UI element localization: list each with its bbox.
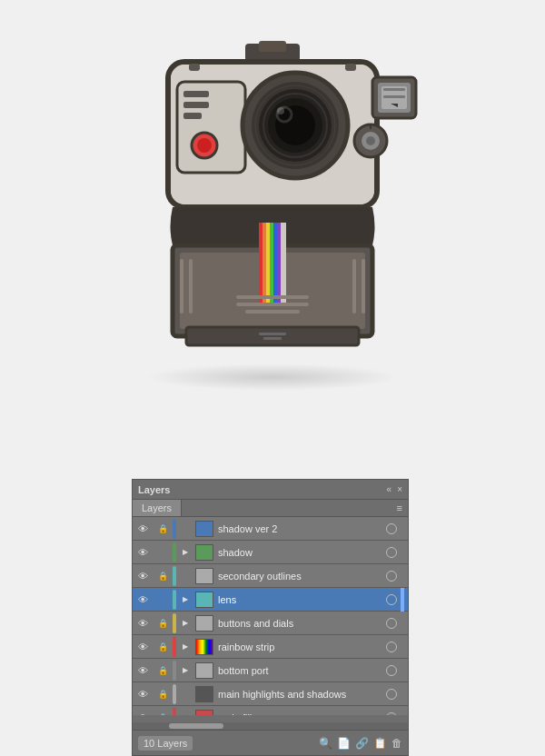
layer-row[interactable]: 👁▶shadow [133, 541, 408, 564]
layer-lock-icon[interactable]: 🔒 [153, 659, 173, 682]
layer-name: lens [216, 594, 382, 605]
layer-expand-arrow[interactable]: ▶ [178, 588, 193, 612]
svg-rect-53 [180, 259, 183, 313]
svg-rect-49 [186, 327, 359, 345]
svg-rect-1 [259, 41, 286, 52]
svg-rect-52 [263, 337, 282, 340]
svg-point-27 [277, 107, 284, 114]
layer-row[interactable]: 👁🔒▶main fills [133, 706, 408, 715]
layer-lock-icon[interactable] [153, 541, 173, 564]
layer-circle-icon [382, 517, 401, 541]
layer-visibility-icon[interactable]: 👁 [133, 612, 153, 635]
layer-row[interactable]: 👁🔒shadow ver 2 [133, 517, 408, 541]
layer-name: main highlights and shadows [216, 689, 382, 700]
search-icon[interactable]: 🔍 [319, 737, 332, 750]
layer-name: bottom port [216, 665, 382, 676]
layer-selected-mark [401, 659, 408, 682]
svg-rect-8 [183, 102, 209, 108]
layers-menu-icon[interactable]: ≡ [391, 500, 408, 516]
layer-visibility-icon[interactable]: 👁 [133, 682, 153, 706]
camera-wrapper [118, 27, 427, 373]
svg-rect-48 [245, 310, 300, 313]
bottom-icons: 🔍 📄 🔗 📋 🗑 [319, 737, 402, 750]
layer-circle-icon [382, 564, 401, 588]
svg-rect-56 [362, 259, 365, 313]
layer-thumbnail [195, 521, 213, 537]
layers-bottom: 10 Layers 🔍 📄 🔗 📋 🗑 [133, 730, 408, 755]
layer-visibility-icon[interactable]: 👁 [133, 706, 153, 716]
layer-row[interactable]: 👁🔒▶bottom port [133, 659, 408, 682]
layer-color-bar [173, 684, 176, 704]
svg-rect-18 [383, 95, 405, 98]
layer-name: rainbow strip [216, 642, 382, 652]
layers-panel-title: Layers [138, 484, 170, 495]
svg-rect-55 [352, 259, 356, 313]
layer-lock-icon[interactable]: 🔒 [153, 564, 173, 588]
layer-visibility-icon[interactable]: 👁 [133, 517, 153, 541]
layer-visibility-icon[interactable]: 👁 [133, 541, 153, 564]
duplicate-icon[interactable]: 📋 [373, 737, 387, 750]
svg-rect-51 [259, 333, 286, 335]
svg-rect-39 [259, 223, 263, 304]
layer-selected-mark [401, 682, 408, 706]
layer-selected-mark [401, 517, 408, 541]
layer-row[interactable]: 👁🔒▶rainbow strip [133, 635, 408, 659]
layer-color-bar [173, 566, 176, 586]
layer-thumbnail [195, 710, 213, 716]
layer-expand-arrow[interactable]: ▶ [178, 612, 193, 635]
layer-lock-icon[interactable]: 🔒 [153, 612, 173, 635]
layer-visibility-icon[interactable]: 👁 [133, 635, 153, 659]
layer-thumbnail [195, 592, 213, 608]
layers-list: 👁🔒shadow ver 2👁▶shadow👁🔒secondary outlin… [133, 517, 408, 715]
layer-expand-arrow[interactable] [178, 564, 193, 588]
svg-rect-45 [281, 223, 286, 304]
layer-visibility-icon[interactable]: 👁 [133, 564, 153, 588]
layer-expand-arrow[interactable]: ▶ [178, 541, 193, 564]
svg-rect-46 [236, 295, 309, 299]
layer-visibility-icon[interactable]: 👁 [133, 588, 153, 612]
layer-selected-mark [401, 541, 408, 564]
layer-row[interactable]: 👁🔒secondary outlines [133, 564, 408, 588]
scrollbar-area[interactable] [133, 722, 408, 730]
collapse-button[interactable]: « [387, 484, 392, 494]
layer-lock-icon[interactable]: 🔒 [153, 682, 173, 706]
layer-thumbnail [195, 662, 213, 679]
layer-name: main fills [216, 712, 382, 716]
delete-icon[interactable]: 🗑 [391, 737, 402, 750]
layer-thumbnail [195, 615, 213, 632]
layer-name: shadow ver 2 [216, 523, 382, 534]
layers-count: 10 Layers [138, 736, 193, 751]
layer-circle-icon [382, 682, 401, 706]
scrollbar-thumb[interactable] [169, 723, 223, 729]
camera-area [0, 0, 545, 418]
layer-expand-arrow[interactable]: ▶ [178, 635, 193, 659]
link-icon[interactable]: 🔗 [355, 737, 369, 750]
layer-row[interactable]: 👁▶lens [133, 588, 408, 612]
svg-point-12 [197, 138, 212, 153]
layer-lock-icon[interactable]: 🔒 [153, 706, 173, 716]
layer-row[interactable]: 👁🔒▶buttons and dials [133, 612, 408, 635]
svg-rect-7 [183, 91, 209, 97]
layer-circle-icon [382, 635, 401, 659]
layer-circle-icon [382, 588, 401, 612]
svg-rect-9 [183, 113, 202, 119]
layer-lock-icon[interactable] [153, 588, 173, 612]
layer-lock-icon[interactable]: 🔒 [153, 635, 173, 659]
layer-expand-arrow[interactable] [178, 682, 193, 706]
svg-rect-17 [383, 88, 405, 91]
layer-row[interactable]: 👁🔒main highlights and shadows [133, 682, 408, 706]
layer-expand-arrow[interactable]: ▶ [178, 706, 193, 716]
layers-tabs: Layers ≡ [133, 500, 408, 517]
layers-controls: « × [387, 484, 402, 494]
layer-selected-mark [401, 564, 408, 588]
layer-circle-icon [382, 706, 401, 716]
layer-lock-icon[interactable]: 🔒 [153, 517, 173, 541]
tab-layers[interactable]: Layers [133, 500, 182, 516]
new-layer-icon[interactable]: 📄 [337, 737, 351, 750]
svg-rect-58 [345, 64, 356, 71]
svg-rect-47 [236, 303, 309, 306]
layer-visibility-icon[interactable]: 👁 [133, 659, 153, 682]
layer-expand-arrow[interactable] [178, 517, 193, 541]
close-button[interactable]: × [397, 484, 402, 494]
layer-expand-arrow[interactable]: ▶ [178, 659, 193, 682]
